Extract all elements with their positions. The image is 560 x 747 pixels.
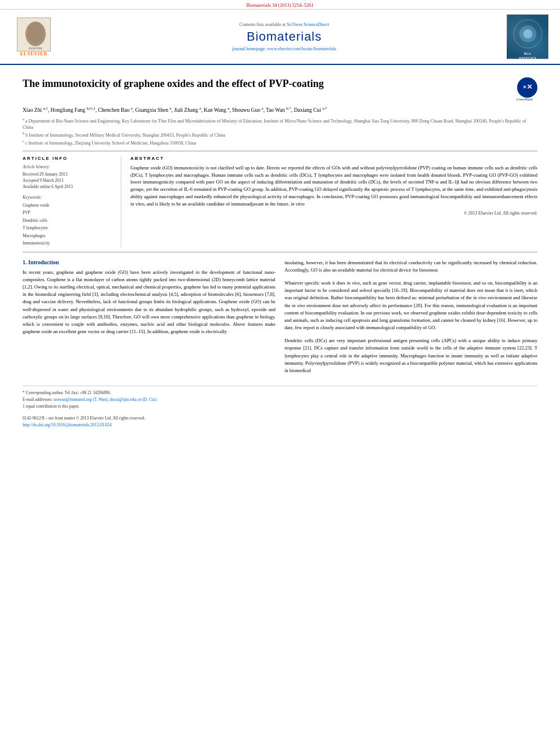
corresponding-note: * Corresponding author. Tel./fax: +86 21… [23,390,537,396]
keyword-immunotoxicity: Immunotoxicity [23,239,114,247]
intro-heading: 1. Introduction [23,259,275,265]
graphene-word: graphene [56,269,74,275]
doi-link[interactable]: http://dx.doi.org/10.1016/j.biomaterials… [23,422,112,427]
crossmark-icon: ✕ [523,85,527,90]
article-title: The immunotoxicity of graphene oxides an… [23,77,506,90]
article-info-abstract: ARTICLE INFO Article history: Received 2… [23,156,537,247]
graphene-inline: graphene [236,314,253,320]
keyword-pvp: PVP [23,209,114,217]
keywords-section: Keywords: Graphene oxide PVP Dendritic c… [23,195,114,247]
intro-paragraph-1: In recent years, graphene and graphene o… [23,269,275,336]
sciverse-link[interactable]: SciVerse ScienceDirect [287,22,329,27]
accepted-date: Accepted 9 March 2013 [23,177,114,184]
affiliations: a a Department of Bio-Nano Science and E… [23,116,537,146]
abstract-label: ABSTRACT [130,156,537,161]
keyword-macrophages: Macrophages [23,232,114,240]
email-link[interactable]: taowan@immunol.org (T. Wan), dxcui@sjtu.… [54,397,158,402]
intro-paragraph-4: Dendritic cells (DCs) are very important… [285,337,537,374]
keywords-label: Keywords: [23,195,114,200]
abstract-text: Graphene oxide (GO) immunotoxicity is no… [130,164,537,208]
authors-line: Xiao Zhi a,1, Hongliang Fang b,G,1, Chen… [23,106,537,114]
issn-line: 0142-9612/$ – see front matter © 2013 El… [23,415,537,422]
intro-paragraph-3: Whatever specific work it does in vivo, … [285,279,537,331]
abstract-italic-part: in vitro [291,201,304,207]
intro-paragraph-2: insulating, however, it has been demonst… [285,259,537,274]
article-title-row: The immunotoxicity of graphene oxides an… [23,77,537,102]
doi-line: http://dx.doi.org/10.1016/j.biomaterials… [23,422,537,429]
available-date: Available online 6 April 2013 [23,184,114,190]
footnote-section: * Corresponding author. Tel./fax: +86 21… [23,386,537,429]
equal-contribution-note: 1 equal contribution to this paper. [23,403,537,410]
journal-header: ELSEVIER ELSEVIER Contents lists availab… [0,10,560,65]
body-columns: 1. Introduction In recent years, graphen… [23,259,537,374]
keyword-dendritic-cells: Dendritic cells [23,217,114,225]
svg-point-1 [25,21,46,46]
section-divider [23,151,537,151]
body-left-column: 1. Introduction In recent years, graphen… [23,259,275,374]
elsevier-logo: ELSEVIER ELSEVIER [11,18,56,56]
crossmark-label: CrossMark [516,98,532,102]
received-date: Received 29 January 2013 [23,171,114,177]
crossmark-badge: ✕ [517,77,537,98]
main-content: The immunotoxicity of graphene oxides an… [0,65,560,435]
journal-homepage: journal homepage: www.elsevier.com/locat… [62,46,506,51]
svg-text:ELSEVIER: ELSEVIER [29,47,42,50]
body-section: 1. Introduction In recent years, graphen… [23,259,537,374]
svg-point-2 [28,23,43,43]
article-history: Article history: Received 29 January 201… [23,164,114,190]
email-note: E-mail addresses: taowan@immunol.org (T.… [23,396,537,403]
journal-citation: Biomaterials 34 (2013) 5254–5261 [246,2,313,8]
keyword-t-lymphocytes: T lymphocytes [23,224,114,232]
body-divider [23,252,537,252]
body-right-column: insulating, however, it has been demonst… [285,259,537,374]
abstract-column: ABSTRACT Graphene oxide (GO) immunotoxic… [130,156,537,247]
history-label: Article history: [23,164,114,169]
svg-rect-0 [18,18,51,51]
sciverse-line: Contents lists available at SciVerse Sci… [62,22,506,27]
elsevier-label: ELSEVIER [20,51,47,56]
top-bar: Biomaterials 34 (2013) 5254–5261 [0,0,560,10]
keyword-graphene-oxide: Graphene oxide [23,202,114,209]
journal-center: Contents lists available at SciVerse Sci… [62,22,506,51]
elsevier-logo-image: ELSEVIER [17,18,51,51]
copyright-notice: © 2013 Elsevier Ltd. All rights reserved… [130,211,537,216]
journal-cover-image: Bio materials [506,14,549,59]
journal-title: Biomaterials [62,29,506,44]
article-info-label: ARTICLE INFO [23,156,114,161]
article-info-column: ARTICLE INFO Article history: Received 2… [23,156,121,247]
